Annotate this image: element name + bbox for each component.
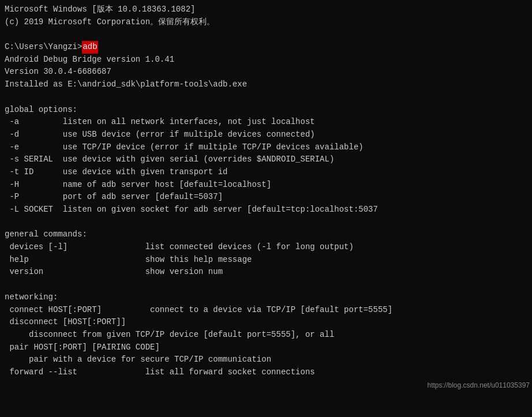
line-cmd-connect: connect HOST[:PORT] connect to a device … — [5, 304, 527, 317]
command-highlight: adb — [82, 41, 98, 54]
line-opt-a: -a listen on all network interfaces, not… — [5, 116, 527, 129]
line-cmd-pair-desc: pair with a device for secure TCP/IP com… — [5, 354, 527, 366]
line-1: Microsoft Windows [版本 10.0.18363.1082] — [5, 3, 527, 16]
line-cmd-disconnect: disconnect [HOST[:PORT]] — [5, 316, 527, 329]
line-empty-2 — [5, 91, 527, 104]
line-5: Android Debug Bridge version 1.0.41 — [5, 54, 527, 66]
line-global-options: global options: — [5, 104, 527, 117]
line-opt-s: -s SERIAL use device with given serial (… — [5, 153, 527, 166]
line-general-commands: general commands: — [5, 228, 527, 241]
line-opt-l: -L SOCKET listen on given socket for adb… — [5, 204, 527, 216]
line-opt-h: -H name of adb server host [default=loca… — [5, 179, 527, 191]
line-networking: networking: — [5, 291, 527, 304]
line-opt-p: -P port of adb server [default=5037] — [5, 191, 527, 204]
prompt-line: C:\Users\Yangzi>adb — [5, 41, 527, 54]
line-empty-4 — [5, 279, 527, 291]
line-cmd-devices: devices [-l] list connected devices (-l … — [5, 241, 527, 254]
line-empty-3 — [5, 216, 527, 229]
line-cmd-disconnect-desc: disconnect from given TCP/IP device [def… — [5, 329, 527, 341]
line-7: Installed as E:\andriod_sdk\platform-too… — [5, 78, 527, 91]
line-cmd-pair: pair HOST[:PORT] [PAIRING CODE] — [5, 341, 527, 354]
line-6: Version 30.0.4-6686687 — [5, 66, 527, 78]
prompt-path: C:\Users\Yangzi> — [5, 41, 82, 54]
line-cmd-forward: forward --list list all forward socket c… — [5, 366, 527, 379]
line-opt-e: -e use TCP/IP device (error if multiple … — [5, 141, 527, 154]
line-opt-d: -d use USB device (error if multiple dev… — [5, 129, 527, 141]
line-cmd-help: help show this help message — [5, 254, 527, 266]
line-empty-1 — [5, 28, 527, 41]
line-2: (c) 2019 Microsoft Corporation。保留所有权利。 — [5, 16, 527, 29]
line-opt-t: -t ID use device with given transport id — [5, 166, 527, 179]
watermark: https://blog.csdn.net/u011035397 — [428, 381, 530, 389]
terminal-window: Microsoft Windows [版本 10.0.18363.1082] (… — [0, 0, 532, 417]
line-cmd-version: version show version num — [5, 266, 527, 279]
